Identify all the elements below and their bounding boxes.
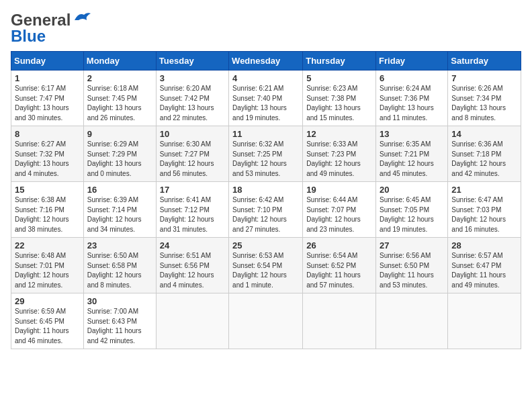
day-number: 5 <box>306 73 372 83</box>
day-info: Sunrise: 6:56 AM Sunset: 6:50 PM Dayligh… <box>380 251 444 290</box>
calendar-day-cell <box>156 293 228 349</box>
day-number: 10 <box>160 129 225 139</box>
calendar-day-cell: 16Sunrise: 6:39 AM Sunset: 7:14 PM Dayli… <box>83 182 156 238</box>
day-info: Sunrise: 6:48 AM Sunset: 7:01 PM Dayligh… <box>15 251 80 290</box>
calendar-day-cell: 17Sunrise: 6:41 AM Sunset: 7:12 PM Dayli… <box>156 182 228 238</box>
day-info: Sunrise: 6:39 AM Sunset: 7:14 PM Dayligh… <box>87 195 152 234</box>
day-number: 12 <box>306 129 372 139</box>
day-number: 21 <box>451 185 517 195</box>
calendar-day-cell: 1Sunrise: 6:17 AM Sunset: 7:47 PM Daylig… <box>11 71 84 126</box>
calendar-day-cell: 27Sunrise: 6:56 AM Sunset: 6:50 PM Dayli… <box>376 238 448 293</box>
day-info: Sunrise: 6:57 AM Sunset: 6:47 PM Dayligh… <box>451 251 517 290</box>
day-number: 30 <box>87 296 152 306</box>
day-number: 24 <box>160 240 225 250</box>
calendar-day-cell: 2Sunrise: 6:18 AM Sunset: 7:45 PM Daylig… <box>83 71 156 126</box>
day-number: 19 <box>306 185 372 195</box>
calendar-day-cell: 15Sunrise: 6:38 AM Sunset: 7:16 PM Dayli… <box>11 182 84 238</box>
day-number: 23 <box>87 240 152 250</box>
day-info: Sunrise: 6:50 AM Sunset: 6:58 PM Dayligh… <box>87 251 152 290</box>
calendar-day-cell <box>229 293 303 349</box>
day-info: Sunrise: 6:21 AM Sunset: 7:40 PM Dayligh… <box>232 84 299 123</box>
day-info: Sunrise: 6:24 AM Sunset: 7:36 PM Dayligh… <box>380 84 444 123</box>
calendar-day-cell: 19Sunrise: 6:44 AM Sunset: 7:07 PM Dayli… <box>303 182 376 238</box>
day-number: 9 <box>87 129 152 139</box>
day-info: Sunrise: 6:33 AM Sunset: 7:23 PM Dayligh… <box>306 140 372 179</box>
day-number: 14 <box>451 129 517 139</box>
day-info: Sunrise: 6:35 AM Sunset: 7:21 PM Dayligh… <box>380 140 444 179</box>
day-number: 16 <box>87 185 152 195</box>
calendar-day-cell: 26Sunrise: 6:54 AM Sunset: 6:52 PM Dayli… <box>303 238 376 293</box>
day-info: Sunrise: 6:41 AM Sunset: 7:12 PM Dayligh… <box>160 195 225 234</box>
calendar-day-cell: 28Sunrise: 6:57 AM Sunset: 6:47 PM Dayli… <box>448 238 521 293</box>
calendar-header-row: SundayMondayTuesdayWednesdayThursdayFrid… <box>11 52 521 71</box>
calendar-day-cell <box>448 293 521 349</box>
day-number: 29 <box>15 296 80 306</box>
day-number: 26 <box>306 240 372 250</box>
day-number: 8 <box>15 129 80 139</box>
day-number: 7 <box>451 73 517 83</box>
logo-bird-icon <box>72 11 92 26</box>
day-number: 11 <box>232 129 299 139</box>
day-info: Sunrise: 6:42 AM Sunset: 7:10 PM Dayligh… <box>232 195 299 234</box>
logo: General Blue <box>11 11 92 46</box>
calendar-table: SundayMondayTuesdayWednesdayThursdayFrid… <box>11 51 521 349</box>
calendar-day-cell: 8Sunrise: 6:27 AM Sunset: 7:32 PM Daylig… <box>11 126 84 182</box>
calendar-day-cell <box>376 293 448 349</box>
calendar-day-cell: 14Sunrise: 6:36 AM Sunset: 7:18 PM Dayli… <box>448 126 521 182</box>
day-of-week-header: Wednesday <box>229 52 303 71</box>
calendar-week-row: 22Sunrise: 6:48 AM Sunset: 7:01 PM Dayli… <box>11 238 521 293</box>
calendar-day-cell: 3Sunrise: 6:20 AM Sunset: 7:42 PM Daylig… <box>156 71 228 126</box>
day-of-week-header: Sunday <box>11 52 84 71</box>
day-number: 17 <box>160 185 225 195</box>
page-header: General Blue <box>11 11 521 46</box>
calendar-day-cell: 24Sunrise: 6:51 AM Sunset: 6:56 PM Dayli… <box>156 238 228 293</box>
calendar-day-cell: 13Sunrise: 6:35 AM Sunset: 7:21 PM Dayli… <box>376 126 448 182</box>
day-info: Sunrise: 6:53 AM Sunset: 6:54 PM Dayligh… <box>232 251 299 290</box>
day-info: Sunrise: 6:23 AM Sunset: 7:38 PM Dayligh… <box>306 84 372 123</box>
day-of-week-header: Monday <box>83 52 156 71</box>
day-info: Sunrise: 6:27 AM Sunset: 7:32 PM Dayligh… <box>15 140 80 179</box>
day-info: Sunrise: 6:38 AM Sunset: 7:16 PM Dayligh… <box>15 195 80 234</box>
day-info: Sunrise: 6:26 AM Sunset: 7:34 PM Dayligh… <box>451 84 517 123</box>
day-info: Sunrise: 6:18 AM Sunset: 7:45 PM Dayligh… <box>87 84 152 123</box>
day-number: 13 <box>380 129 444 139</box>
day-info: Sunrise: 7:00 AM Sunset: 6:43 PM Dayligh… <box>87 307 152 346</box>
day-info: Sunrise: 6:17 AM Sunset: 7:47 PM Dayligh… <box>15 84 80 123</box>
day-number: 2 <box>87 73 152 83</box>
day-number: 27 <box>380 240 444 250</box>
calendar-day-cell: 12Sunrise: 6:33 AM Sunset: 7:23 PM Dayli… <box>303 126 376 182</box>
calendar-week-row: 15Sunrise: 6:38 AM Sunset: 7:16 PM Dayli… <box>11 182 521 238</box>
calendar-day-cell: 11Sunrise: 6:32 AM Sunset: 7:25 PM Dayli… <box>229 126 303 182</box>
calendar-day-cell: 18Sunrise: 6:42 AM Sunset: 7:10 PM Dayli… <box>229 182 303 238</box>
day-info: Sunrise: 6:44 AM Sunset: 7:07 PM Dayligh… <box>306 195 372 234</box>
calendar-day-cell: 22Sunrise: 6:48 AM Sunset: 7:01 PM Dayli… <box>11 238 84 293</box>
calendar-day-cell: 9Sunrise: 6:29 AM Sunset: 7:29 PM Daylig… <box>83 126 156 182</box>
calendar-day-cell: 6Sunrise: 6:24 AM Sunset: 7:36 PM Daylig… <box>376 71 448 126</box>
day-of-week-header: Saturday <box>448 52 521 71</box>
day-number: 3 <box>160 73 225 83</box>
calendar-day-cell: 20Sunrise: 6:45 AM Sunset: 7:05 PM Dayli… <box>376 182 448 238</box>
calendar-day-cell: 29Sunrise: 6:59 AM Sunset: 6:45 PM Dayli… <box>11 293 84 349</box>
calendar-day-cell: 5Sunrise: 6:23 AM Sunset: 7:38 PM Daylig… <box>303 71 376 126</box>
calendar-day-cell: 25Sunrise: 6:53 AM Sunset: 6:54 PM Dayli… <box>229 238 303 293</box>
day-number: 1 <box>15 73 80 83</box>
day-info: Sunrise: 6:36 AM Sunset: 7:18 PM Dayligh… <box>451 140 517 179</box>
day-of-week-header: Thursday <box>303 52 376 71</box>
day-number: 15 <box>15 185 80 195</box>
logo-blue-text: Blue <box>11 27 46 45</box>
calendar-day-cell: 30Sunrise: 7:00 AM Sunset: 6:43 PM Dayli… <box>83 293 156 349</box>
calendar-day-cell: 23Sunrise: 6:50 AM Sunset: 6:58 PM Dayli… <box>83 238 156 293</box>
day-number: 22 <box>15 240 80 250</box>
day-number: 6 <box>380 73 444 83</box>
day-number: 18 <box>232 185 299 195</box>
calendar-week-row: 29Sunrise: 6:59 AM Sunset: 6:45 PM Dayli… <box>11 293 521 349</box>
day-of-week-header: Friday <box>376 52 448 71</box>
calendar-week-row: 1Sunrise: 6:17 AM Sunset: 7:47 PM Daylig… <box>11 71 521 126</box>
day-of-week-header: Tuesday <box>156 52 228 71</box>
day-number: 25 <box>232 240 299 250</box>
calendar-day-cell: 21Sunrise: 6:47 AM Sunset: 7:03 PM Dayli… <box>448 182 521 238</box>
day-number: 28 <box>451 240 517 250</box>
day-info: Sunrise: 6:47 AM Sunset: 7:03 PM Dayligh… <box>451 195 517 234</box>
day-info: Sunrise: 6:45 AM Sunset: 7:05 PM Dayligh… <box>380 195 444 234</box>
day-info: Sunrise: 6:32 AM Sunset: 7:25 PM Dayligh… <box>232 140 299 179</box>
